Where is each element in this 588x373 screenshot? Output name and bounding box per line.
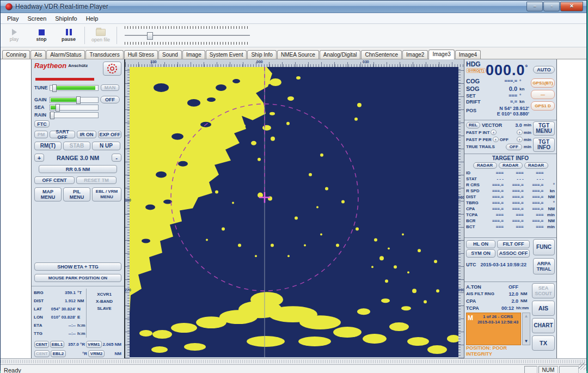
vrm2-button[interactable]: VRM2 [88, 350, 105, 357]
past-pos-per-decrease[interactable]: ‹ [493, 137, 499, 142]
range-rings-button[interactable]: RR 0.5 NM [39, 165, 117, 173]
sea-scout-button[interactable]: SEASCOUT [532, 283, 555, 298]
sart-button[interactable]: SART OFF [50, 131, 75, 138]
alarm-message-box[interactable]: M 1 of 26 - CCRS 2015-03-14 12:58:43 [466, 313, 521, 345]
tune-slider[interactable] [50, 85, 99, 91]
menu-play[interactable]: Play [3, 14, 23, 23]
tab-ship-info[interactable]: Ship Info [247, 50, 276, 59]
pause-icon [66, 29, 72, 35]
horizontal-scrollbar[interactable] [1, 359, 586, 365]
past-pos-per-increase[interactable]: › [517, 137, 523, 142]
off-center-button[interactable]: OFF CENT [34, 176, 75, 184]
gps1-bt-button[interactable]: GPS1(BT) [531, 78, 555, 88]
vrm1-range: 2.065 [103, 342, 114, 347]
ftc-button[interactable]: FTC [34, 120, 50, 127]
rosette-menu-button[interactable] [103, 62, 121, 76]
map-menu-button[interactable]: MAPMENU [34, 187, 62, 201]
sea-slider[interactable] [50, 105, 99, 111]
timeline-scrubber[interactable] [125, 26, 250, 45]
ais-button[interactable]: AIS [532, 301, 555, 316]
ebl1-button[interactable]: EBL1 [50, 341, 65, 348]
scrubber-thumb[interactable] [147, 32, 153, 40]
tab-transducers[interactable]: Transducers [85, 50, 123, 59]
vrm1-button[interactable]: VRM1 [86, 341, 102, 348]
past-pos-int-decrease[interactable]: ‹ [491, 130, 497, 135]
radar-control-panel: Raytheon Anschütz TUNE MAN GAIN O [31, 59, 125, 358]
stop-icon [39, 29, 45, 35]
pause-button[interactable]: pause [55, 25, 82, 46]
off-button[interactable]: OFF [100, 96, 120, 103]
tab-conning[interactable]: Conning [2, 50, 30, 59]
rel-vector-button[interactable]: REL [466, 122, 480, 129]
open-file-button[interactable]: open file [87, 25, 114, 46]
mouse-park-button[interactable]: MOUSE PARK POSITION ON [34, 274, 121, 282]
target-info-section: TARGET INFO RADAR RADAR RADAR ID========… [464, 154, 556, 238]
chart-button[interactable]: CHART [532, 318, 555, 333]
tab-system-event[interactable]: System Event [206, 50, 247, 59]
bearing-label-060: 060 [458, 195, 464, 199]
radar-ppi[interactable] [130, 67, 458, 357]
ebl-vrm-menu-button[interactable]: EBL / VRMMENU [92, 187, 121, 201]
filt-off-button[interactable]: FILT OFF [497, 240, 530, 248]
tab-image2[interactable]: Image2 [402, 50, 428, 59]
gps-dash-button[interactable]: — [531, 90, 555, 99]
radar-target-button-1[interactable]: RADAR [473, 162, 497, 169]
menu-help[interactable]: Help [82, 14, 103, 23]
scroll-up-icon[interactable]: ▲ [524, 313, 529, 320]
resize-grip-icon[interactable] [579, 363, 586, 370]
anschuetz-logo: Anschütz [68, 63, 88, 68]
tab-analog-digital[interactable]: Analog/Digital [320, 50, 361, 59]
alarm-scrollbar[interactable]: ▲ ▼ [522, 313, 530, 345]
cent1-button[interactable]: CENT [34, 341, 49, 348]
tab-image4[interactable]: Image4 [455, 50, 481, 59]
table-row: BCR===.====.====.=NM [466, 218, 555, 224]
tab-image[interactable]: Image [182, 50, 205, 59]
ir-button[interactable]: IR ON [77, 131, 97, 138]
tab-hull-stress[interactable]: Hull Stress [124, 50, 158, 59]
gain-slider[interactable] [50, 97, 99, 103]
reset-tm-button[interactable]: RESET TM [76, 176, 117, 184]
range-increase-button[interactable]: + [34, 154, 44, 162]
menu-screen[interactable]: Screen [23, 14, 51, 23]
past-pos-int-increase[interactable]: › [517, 130, 523, 135]
auto-button[interactable]: AUTO [533, 66, 555, 74]
tab-chnsentence[interactable]: ChnSentence [361, 50, 402, 59]
stop-button[interactable]: stop [28, 25, 55, 46]
hl-on-button[interactable]: HL ON [466, 240, 495, 248]
tab-alarm-status[interactable]: Alarm/Status [46, 50, 85, 59]
tab-nmea-source[interactable]: NMEA Source [277, 50, 319, 59]
sym-on-button[interactable]: SYM ON [466, 249, 495, 258]
pm-button[interactable]: PM [34, 131, 48, 138]
arpa-trial-button[interactable]: ARPATRIAL [533, 258, 555, 274]
func-button[interactable]: FUNC [533, 239, 555, 255]
range-decrease-button[interactable]: - [112, 154, 121, 162]
north-up-button[interactable]: N UP [92, 142, 120, 150]
show-eta-ttg-button[interactable]: SHOW ETA + TTG [34, 262, 121, 271]
menu-shipinfo[interactable]: ShipInfo [51, 14, 81, 23]
scrubber-track[interactable] [125, 32, 250, 39]
cent2-button[interactable]: CENT [34, 350, 50, 357]
tgt-info-button[interactable]: TGTINFO [533, 138, 555, 152]
close-button[interactable]: ✕ [560, 2, 583, 11]
scroll-down-icon[interactable]: ▼ [524, 338, 529, 345]
play-button[interactable]: play [1, 25, 28, 46]
tab-ais[interactable]: Ais [30, 50, 46, 59]
exp-button[interactable]: EXP OFF [98, 131, 121, 138]
minimize-button[interactable]: – [526, 2, 543, 11]
radar-target-button-2[interactable]: RADAR [499, 162, 523, 169]
maximize-button[interactable]: ▫ [543, 2, 560, 11]
rm-button[interactable]: RM(T) [34, 142, 62, 150]
true-trails-button[interactable]: OFF [506, 144, 522, 150]
tab-image3[interactable]: Image3 [428, 50, 454, 59]
ebl2-button[interactable]: EBL2 [51, 350, 66, 357]
tgt-menu-button[interactable]: TGTMENU [533, 121, 555, 136]
stab-button[interactable]: STAB [63, 142, 90, 150]
man-button[interactable]: MAN [101, 84, 119, 91]
pil-menu-button[interactable]: PILMENU [63, 187, 90, 201]
tx-button[interactable]: TX [532, 335, 555, 351]
rain-slider[interactable] [50, 112, 99, 118]
gps1-d-button[interactable]: GPS1 D [531, 101, 555, 111]
radar-target-button-3[interactable]: RADAR [524, 162, 548, 169]
assoc-off-button[interactable]: ASSOC OFF [497, 249, 530, 258]
tab-sound[interactable]: Sound [158, 50, 182, 59]
